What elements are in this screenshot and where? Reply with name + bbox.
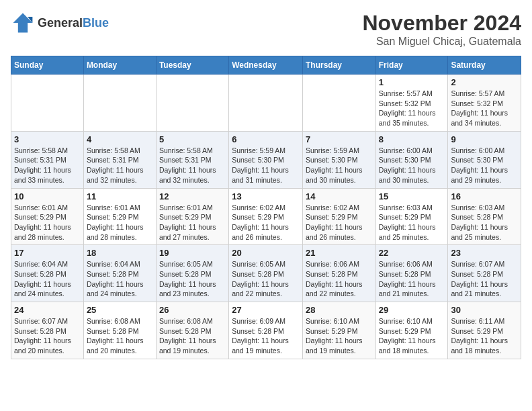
table-row	[302, 75, 375, 132]
calendar-week-row: 17Sunrise: 6:04 AM Sunset: 5:28 PM Dayli…	[11, 245, 521, 302]
table-row: 23Sunrise: 6:07 AM Sunset: 5:28 PM Dayli…	[448, 245, 521, 302]
day-info: Sunrise: 6:00 AM Sunset: 5:30 PM Dayligh…	[451, 146, 518, 185]
day-number: 1	[379, 77, 445, 87]
day-number: 5	[159, 134, 226, 144]
day-info: Sunrise: 6:06 AM Sunset: 5:28 PM Dayligh…	[306, 259, 373, 299]
calendar-header-row: Sunday Monday Tuesday Wednesday Thursday…	[11, 56, 521, 75]
table-row: 10Sunrise: 6:01 AM Sunset: 5:29 PM Dayli…	[11, 188, 84, 245]
table-row	[156, 75, 228, 132]
table-row: 4Sunrise: 5:58 AM Sunset: 5:31 PM Daylig…	[83, 131, 156, 188]
calendar-week-row: 3Sunrise: 5:58 AM Sunset: 5:31 PM Daylig…	[11, 131, 521, 188]
day-info: Sunrise: 6:10 AM Sunset: 5:29 PM Dayligh…	[379, 316, 445, 356]
day-number: 3	[14, 134, 81, 144]
day-info: Sunrise: 6:02 AM Sunset: 5:29 PM Dayligh…	[232, 203, 300, 242]
day-info: Sunrise: 6:00 AM Sunset: 5:30 PM Dayligh…	[379, 146, 445, 185]
table-row: 2Sunrise: 5:57 AM Sunset: 5:32 PM Daylig…	[448, 75, 521, 132]
table-row: 8Sunrise: 6:00 AM Sunset: 5:30 PM Daylig…	[375, 131, 448, 188]
day-info: Sunrise: 5:57 AM Sunset: 5:32 PM Dayligh…	[379, 89, 445, 128]
day-number: 21	[306, 248, 373, 258]
day-info: Sunrise: 6:07 AM Sunset: 5:28 PM Dayligh…	[14, 316, 81, 356]
day-info: Sunrise: 6:01 AM Sunset: 5:29 PM Dayligh…	[14, 203, 81, 242]
day-info: Sunrise: 6:08 AM Sunset: 5:28 PM Dayligh…	[159, 316, 226, 356]
table-row: 28Sunrise: 6:10 AM Sunset: 5:29 PM Dayli…	[302, 302, 375, 359]
col-wednesday: Wednesday	[229, 56, 303, 75]
day-number: 22	[379, 248, 445, 258]
page-header: GeneralBlue November 2024 San Miguel Chi…	[11, 11, 521, 48]
day-number: 27	[232, 305, 300, 315]
table-row: 16Sunrise: 6:03 AM Sunset: 5:28 PM Dayli…	[448, 188, 521, 245]
day-info: Sunrise: 6:07 AM Sunset: 5:28 PM Dayligh…	[451, 259, 518, 299]
calendar-week-row: 10Sunrise: 6:01 AM Sunset: 5:29 PM Dayli…	[11, 188, 521, 245]
day-number: 12	[159, 191, 226, 201]
day-info: Sunrise: 6:04 AM Sunset: 5:28 PM Dayligh…	[14, 259, 81, 299]
day-number: 20	[232, 248, 300, 258]
table-row: 3Sunrise: 5:58 AM Sunset: 5:31 PM Daylig…	[11, 131, 84, 188]
day-number: 10	[14, 191, 81, 201]
day-info: Sunrise: 5:58 AM Sunset: 5:31 PM Dayligh…	[14, 146, 81, 185]
day-number: 6	[232, 134, 300, 144]
day-number: 26	[159, 305, 226, 315]
day-info: Sunrise: 6:06 AM Sunset: 5:28 PM Dayligh…	[379, 259, 445, 299]
day-info: Sunrise: 6:03 AM Sunset: 5:29 PM Dayligh…	[379, 203, 445, 242]
table-row: 22Sunrise: 6:06 AM Sunset: 5:28 PM Dayli…	[375, 245, 448, 302]
logo-blue: Blue	[83, 16, 109, 30]
table-row: 7Sunrise: 5:59 AM Sunset: 5:30 PM Daylig…	[302, 131, 375, 188]
calendar-week-row: 24Sunrise: 6:07 AM Sunset: 5:28 PM Dayli…	[11, 302, 521, 359]
table-row	[83, 75, 156, 132]
table-row: 21Sunrise: 6:06 AM Sunset: 5:28 PM Dayli…	[302, 245, 375, 302]
location-title: San Miguel Chicaj, Guatemala	[362, 36, 521, 48]
day-number: 16	[451, 191, 518, 201]
logo-icon	[11, 11, 35, 35]
col-friday: Friday	[375, 56, 448, 75]
svg-marker-0	[13, 13, 33, 33]
logo: GeneralBlue	[11, 11, 109, 35]
calendar-table: Sunday Monday Tuesday Wednesday Thursday…	[11, 56, 521, 359]
day-info: Sunrise: 5:57 AM Sunset: 5:32 PM Dayligh…	[451, 89, 518, 128]
day-number: 25	[87, 305, 153, 315]
day-number: 24	[14, 305, 81, 315]
table-row: 12Sunrise: 6:01 AM Sunset: 5:29 PM Dayli…	[156, 188, 228, 245]
table-row: 9Sunrise: 6:00 AM Sunset: 5:30 PM Daylig…	[448, 131, 521, 188]
day-number: 23	[451, 248, 518, 258]
day-number: 4	[87, 134, 153, 144]
table-row: 5Sunrise: 5:58 AM Sunset: 5:31 PM Daylig…	[156, 131, 228, 188]
table-row: 15Sunrise: 6:03 AM Sunset: 5:29 PM Dayli…	[375, 188, 448, 245]
day-info: Sunrise: 5:59 AM Sunset: 5:30 PM Dayligh…	[306, 146, 373, 185]
table-row: 30Sunrise: 6:11 AM Sunset: 5:29 PM Dayli…	[448, 302, 521, 359]
col-thursday: Thursday	[302, 56, 375, 75]
day-number: 15	[379, 191, 445, 201]
col-tuesday: Tuesday	[156, 56, 228, 75]
title-block: November 2024 San Miguel Chicaj, Guatema…	[362, 11, 521, 48]
day-number: 17	[14, 248, 81, 258]
day-info: Sunrise: 6:09 AM Sunset: 5:28 PM Dayligh…	[232, 316, 300, 356]
table-row: 18Sunrise: 6:04 AM Sunset: 5:28 PM Dayli…	[83, 245, 156, 302]
day-info: Sunrise: 6:03 AM Sunset: 5:28 PM Dayligh…	[451, 203, 518, 242]
table-row: 13Sunrise: 6:02 AM Sunset: 5:29 PM Dayli…	[229, 188, 303, 245]
day-info: Sunrise: 6:02 AM Sunset: 5:29 PM Dayligh…	[306, 203, 373, 242]
table-row: 25Sunrise: 6:08 AM Sunset: 5:28 PM Dayli…	[83, 302, 156, 359]
day-number: 11	[87, 191, 153, 201]
day-info: Sunrise: 6:05 AM Sunset: 5:28 PM Dayligh…	[232, 259, 300, 299]
day-number: 9	[451, 134, 518, 144]
table-row: 19Sunrise: 6:05 AM Sunset: 5:28 PM Dayli…	[156, 245, 228, 302]
day-number: 13	[232, 191, 300, 201]
table-row: 17Sunrise: 6:04 AM Sunset: 5:28 PM Dayli…	[11, 245, 84, 302]
day-number: 14	[306, 191, 373, 201]
day-info: Sunrise: 6:08 AM Sunset: 5:28 PM Dayligh…	[87, 316, 153, 356]
day-info: Sunrise: 5:59 AM Sunset: 5:30 PM Dayligh…	[232, 146, 300, 185]
day-number: 8	[379, 134, 445, 144]
day-info: Sunrise: 6:01 AM Sunset: 5:29 PM Dayligh…	[159, 203, 226, 242]
logo-general: General	[38, 16, 83, 30]
month-title: November 2024	[362, 11, 521, 36]
table-row: 24Sunrise: 6:07 AM Sunset: 5:28 PM Dayli…	[11, 302, 84, 359]
calendar-week-row: 1Sunrise: 5:57 AM Sunset: 5:32 PM Daylig…	[11, 75, 521, 132]
day-number: 30	[451, 305, 518, 315]
day-info: Sunrise: 5:58 AM Sunset: 5:31 PM Dayligh…	[87, 146, 153, 185]
table-row: 11Sunrise: 6:01 AM Sunset: 5:29 PM Dayli…	[83, 188, 156, 245]
day-info: Sunrise: 6:10 AM Sunset: 5:29 PM Dayligh…	[306, 316, 373, 356]
table-row: 29Sunrise: 6:10 AM Sunset: 5:29 PM Dayli…	[375, 302, 448, 359]
day-info: Sunrise: 6:01 AM Sunset: 5:29 PM Dayligh…	[87, 203, 153, 242]
day-info: Sunrise: 6:11 AM Sunset: 5:29 PM Dayligh…	[451, 316, 518, 356]
col-sunday: Sunday	[11, 56, 84, 75]
col-saturday: Saturday	[448, 56, 521, 75]
